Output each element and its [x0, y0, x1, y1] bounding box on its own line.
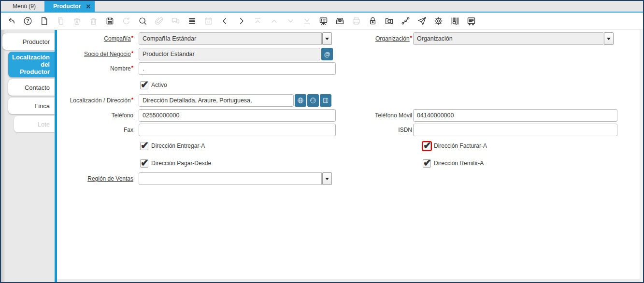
sidebar-tab-productor[interactable]: Productor	[2, 33, 55, 50]
close-tab-icon[interactable]: ✕	[86, 3, 91, 10]
map-card-icon	[322, 97, 329, 104]
active-checkbox[interactable]	[140, 81, 148, 89]
copy-record-icon	[55, 16, 66, 27]
tab-productor-label: Productor	[53, 3, 81, 10]
fax-label: Fax	[57, 124, 133, 136]
first-record-icon	[252, 16, 263, 27]
sales-region-field	[139, 172, 332, 185]
phone-input[interactable]	[139, 109, 336, 122]
mobile-field	[413, 109, 617, 122]
undo-icon[interactable]	[6, 16, 16, 27]
isdn-label: ISDN	[328, 124, 412, 136]
sales-region-value	[139, 172, 322, 185]
quick-form-icon[interactable]	[466, 16, 476, 27]
mobile-label: Teléfono Móvil	[328, 109, 412, 122]
fax-field	[139, 124, 336, 136]
last-record-icon	[301, 16, 312, 27]
organization-label[interactable]: Organización*	[328, 32, 412, 45]
bpartner-input[interactable]	[139, 48, 320, 60]
refresh-icon	[121, 16, 131, 27]
company-label[interactable]: Compañía*	[57, 32, 133, 45]
remit-to-label: Dirección Remitir-A	[434, 160, 484, 167]
bpartner-field: @	[139, 48, 333, 60]
active-label: Activo	[151, 82, 167, 88]
new-record-icon[interactable]	[39, 16, 49, 27]
attachment-icon	[154, 16, 164, 27]
delete-record-icon	[72, 16, 82, 27]
sidebar-tab-finca[interactable]: Finca	[8, 98, 55, 114]
delete-selection-icon	[88, 16, 99, 27]
archive-icon[interactable]	[334, 16, 345, 27]
toolbar: ?31	[1, 13, 643, 30]
mobile-input[interactable]	[413, 109, 617, 122]
fax-input[interactable]	[139, 124, 336, 136]
window-body: Productor Localización del Productor Con…	[1, 30, 643, 282]
invoice-to-field: Dirección Facturar-A	[423, 142, 487, 150]
product-info-icon[interactable]	[449, 16, 460, 27]
find-icon[interactable]	[137, 16, 148, 27]
isdn-field	[413, 124, 617, 136]
organization-dropdown-icon[interactable]	[604, 32, 614, 45]
app-window: Menú (9) Productor ✕ ?31 Productor Local…	[0, 0, 644, 283]
previous-record-icon[interactable]	[219, 16, 230, 27]
company-field: Compañía Estándar	[139, 32, 332, 45]
active-field: Activo	[140, 81, 167, 89]
svg-text:?: ?	[26, 18, 29, 24]
sidebar: Productor Localización del Productor Con…	[1, 30, 55, 282]
organization-combobox[interactable]: Organización	[413, 32, 614, 45]
name-input[interactable]	[139, 62, 336, 75]
next-record-icon[interactable]	[236, 16, 246, 27]
requests-icon[interactable]	[416, 16, 427, 27]
svg-text:31: 31	[207, 20, 210, 24]
sales-region-dropdown-icon[interactable]	[322, 172, 332, 185]
workflow-icon[interactable]	[400, 16, 411, 27]
form-panel: Compañía* Compañía Estándar Organización…	[57, 30, 643, 282]
phone-label: Teléfono	[57, 109, 133, 122]
zoom-across-icon[interactable]	[384, 16, 394, 27]
sidebar-tab-localizacion[interactable]: Localización del Productor	[8, 52, 55, 77]
company-combobox[interactable]: Compañía Estándar	[139, 32, 332, 45]
report-icon[interactable]	[318, 16, 329, 27]
print-icon	[351, 16, 361, 27]
preferences-icon[interactable]	[433, 16, 444, 27]
pay-from-checkbox[interactable]	[140, 159, 148, 168]
sales-region-label[interactable]: Región de Ventas	[57, 172, 133, 185]
ship-to-checkbox[interactable]	[140, 142, 148, 150]
toggle-grid-icon[interactable]	[186, 16, 197, 27]
tab-menu[interactable]: Menú (9)	[4, 1, 44, 12]
save-icon[interactable]	[104, 16, 115, 27]
location-label: Localización / Dirección*	[57, 94, 133, 107]
remit-to-field: Dirección Remitir-A	[423, 159, 484, 168]
lock-icon[interactable]	[367, 16, 378, 27]
parent-record-icon	[269, 16, 279, 27]
remit-to-checkbox[interactable]	[423, 159, 431, 168]
organization-value: Organización	[413, 32, 603, 45]
invoice-to-checkbox[interactable]	[423, 142, 431, 150]
name-label: Nombre*	[57, 62, 133, 75]
globe-wire-icon	[297, 97, 304, 104]
location-detail-button[interactable]	[320, 94, 331, 107]
sidebar-tab-lote: Lote	[14, 116, 55, 132]
bpartner-info-button[interactable]: @	[321, 48, 333, 60]
pay-from-field: Dirección Pagar-Desde	[140, 159, 211, 168]
chat-icon	[170, 16, 181, 27]
name-field	[139, 62, 336, 75]
isdn-input[interactable]	[413, 124, 617, 136]
ship-to-label: Dirección Entregar-A	[151, 142, 205, 149]
detail-record-icon	[285, 16, 296, 27]
ship-to-field: Dirección Entregar-A	[140, 142, 205, 150]
sidebar-tab-contacto[interactable]: Contacto	[8, 79, 55, 96]
vertical-scrollbar[interactable]	[640, 30, 643, 282]
globe-earth-icon	[309, 97, 317, 104]
tab-productor[interactable]: Productor ✕	[44, 1, 95, 12]
location-map-button[interactable]	[307, 94, 319, 107]
bpartner-label[interactable]: Socio del Negocio*	[57, 48, 133, 60]
bpartner-record-icon: @	[324, 51, 330, 58]
location-edit-button[interactable]	[295, 94, 306, 107]
horizontal-scrollbar[interactable]	[57, 279, 640, 282]
help-icon[interactable]: ?	[22, 16, 33, 27]
location-input[interactable]	[139, 94, 294, 107]
location-field	[139, 94, 331, 107]
sales-region-combobox[interactable]	[139, 172, 332, 185]
calendar-icon: 31	[203, 16, 214, 27]
